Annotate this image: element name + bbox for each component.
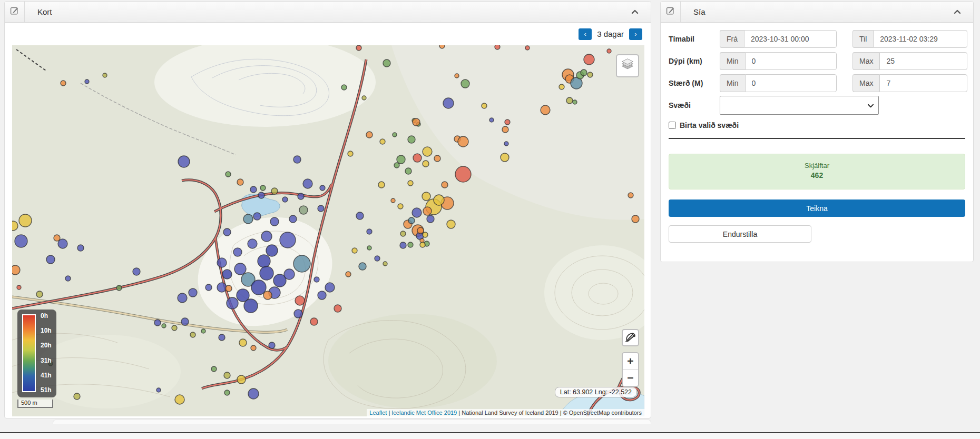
- period-label: 3 dagar: [597, 29, 624, 38]
- prev-period-button[interactable]: ‹: [579, 28, 592, 40]
- to-addon: Til: [852, 30, 873, 48]
- map-panel: Kort ‹ 3 dagar ›: [4, 1, 651, 418]
- draw-button[interactable]: Teikna: [669, 199, 965, 217]
- map-edit-icon-cell[interactable]: [5, 2, 25, 22]
- depth-max-input[interactable]: [879, 52, 967, 70]
- layers-control-button[interactable]: [616, 54, 639, 77]
- imo-link[interactable]: Icelandic Met Office 2019: [391, 410, 457, 416]
- to-datetime-input[interactable]: [873, 30, 967, 48]
- from-addon: Frá: [720, 30, 744, 48]
- filter-panel-title: Sía: [681, 2, 705, 22]
- next-period-button[interactable]: ›: [629, 28, 642, 40]
- mag-min-input[interactable]: [745, 74, 837, 92]
- map-attribution: Leaflet | Icelandic Met Office 2019 | Na…: [367, 409, 644, 416]
- draw-polygon-icon: [625, 331, 636, 345]
- staerd-row: Stærð (M) Min Max: [669, 74, 965, 92]
- from-input-group: Frá: [720, 30, 837, 48]
- svaedi-row: Svæði: [669, 96, 965, 115]
- divider: [669, 138, 965, 139]
- mag-max-addon: Max: [852, 74, 879, 92]
- layers-icon: [620, 58, 635, 74]
- mag-max-group: Max: [852, 74, 967, 92]
- edit-icon: [666, 6, 675, 17]
- region-select[interactable]: [720, 96, 879, 115]
- show-region-checkbox[interactable]: [669, 122, 676, 129]
- timabil-row: Tímabil Frá Til: [669, 29, 965, 48]
- map-canvas[interactable]: + − 0h10h20h31h41h51h 500 m Lat: 63.902 …: [12, 45, 644, 416]
- from-datetime-input[interactable]: [744, 30, 837, 48]
- svaedi-label: Svæði: [669, 101, 720, 109]
- basemap-layer: [12, 45, 644, 416]
- map-panel-header: Kort: [5, 2, 651, 23]
- quake-count-value: 462: [674, 171, 959, 179]
- region-select-wrap: [720, 96, 879, 115]
- zoom-out-button[interactable]: −: [623, 370, 638, 386]
- to-input-group: Til: [852, 30, 967, 48]
- filter-collapse-chevron-up-icon[interactable]: [953, 8, 962, 16]
- staerd-label: Stærð (M): [669, 79, 720, 87]
- filter-panel-header: Sía: [661, 2, 973, 23]
- attr-rest: National Land Survey of Iceland 2019 | ©…: [462, 410, 642, 416]
- filter-edit-icon-cell[interactable]: [661, 2, 681, 22]
- show-region-row: Birta valið svæði: [669, 121, 965, 129]
- dypi-label: Dýpi (km): [669, 57, 720, 65]
- quake-count-label: Skjálftar: [674, 162, 959, 169]
- filter-panel: Sía Tímabil Frá Til Dýpi (km) Min: [660, 1, 974, 262]
- map-panel-title: Kort: [25, 2, 52, 22]
- draw-control-button[interactable]: [622, 329, 639, 346]
- map-nav-row: ‹ 3 dagar ›: [5, 23, 651, 45]
- mag-max-input[interactable]: [879, 74, 967, 92]
- depth-min-input[interactable]: [745, 52, 837, 70]
- below-divider-area: [0, 433, 980, 439]
- reset-button[interactable]: Endurstilla: [669, 225, 811, 243]
- leaflet-link[interactable]: Leaflet: [369, 410, 387, 416]
- attr-sep: |: [387, 410, 391, 416]
- timabil-label: Tímabil: [669, 35, 720, 43]
- age-gradient-bar: [22, 314, 36, 392]
- mag-min-addon: Min: [720, 74, 745, 92]
- depth-min-group: Min: [720, 52, 837, 70]
- show-region-label: Birta valið svæði: [680, 121, 739, 129]
- depth-min-addon: Min: [720, 52, 745, 70]
- scale-bar: 500 m: [17, 400, 53, 408]
- quake-count-box: Skjálftar 462: [669, 154, 965, 189]
- age-legend: 0h10h20h31h41h51h: [17, 310, 56, 397]
- next-panel-edge: [53, 420, 651, 424]
- edit-icon: [10, 6, 19, 17]
- depth-max-group: Max: [852, 52, 967, 70]
- cursor-coordinates: Lat: 63.902 Lng: -22.522: [555, 387, 637, 397]
- attr-sep: |: [457, 410, 462, 416]
- mag-min-group: Min: [720, 74, 837, 92]
- zoom-in-button[interactable]: +: [623, 353, 638, 370]
- depth-max-addon: Max: [852, 52, 879, 70]
- dypi-row: Dýpi (km) Min Max: [669, 52, 965, 70]
- zoom-control: + −: [622, 352, 639, 387]
- age-legend-labels: 0h10h20h31h41h51h: [41, 313, 52, 394]
- map-collapse-chevron-up-icon[interactable]: [631, 8, 639, 16]
